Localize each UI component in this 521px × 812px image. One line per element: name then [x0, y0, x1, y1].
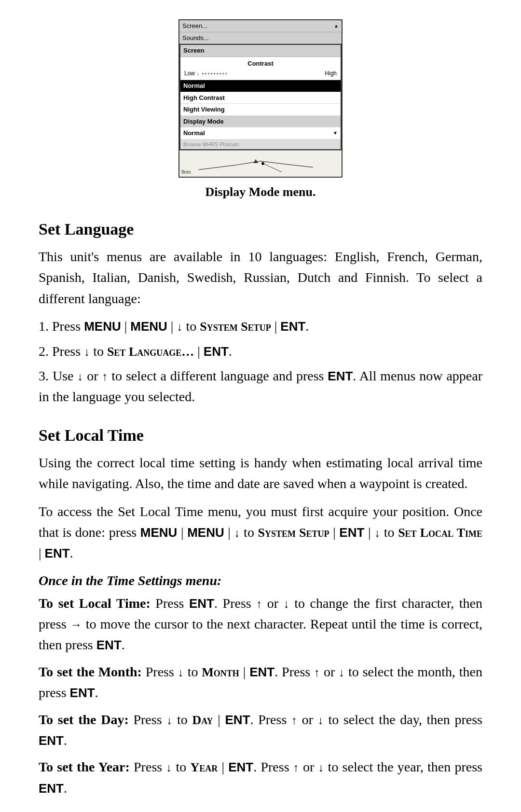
down-arrow: ↓: [177, 320, 182, 333]
option-normal: Normal: [180, 80, 341, 92]
dot: [219, 73, 221, 74]
ent-key: ENT: [280, 319, 305, 334]
device-screen: Screen... ▲ Sounds... Screen Contrast Lo…: [178, 19, 343, 178]
year-key: Year: [191, 760, 218, 774]
month-label: To set the Month:: [39, 664, 142, 679]
down-arrow11: ↓: [166, 761, 172, 774]
menu-key2: MENU: [130, 319, 167, 334]
waypoint-dot: [261, 162, 264, 165]
dot: [225, 73, 227, 74]
screenshot-container: Screen... ▲ Sounds... Screen Contrast Lo…: [39, 19, 482, 201]
high-label: High: [325, 69, 337, 78]
dot: [205, 73, 206, 74]
blurred-row: Browse MHRS Phscum: [180, 140, 341, 150]
step3: 3. Use ↓ or ↑ to select a different lang…: [39, 365, 482, 407]
ent-key4: ENT: [339, 525, 364, 540]
set-local-time-para1: Using the correct local time setting is …: [39, 452, 482, 494]
ent-key8: ENT: [249, 665, 274, 679]
down-arrow5: ↓: [374, 526, 380, 539]
display-mode-header: Display Mode: [180, 116, 341, 128]
local-time-label: To set Local Time:: [39, 596, 151, 611]
ent-key12: ENT: [228, 760, 253, 774]
dot: [217, 73, 218, 74]
scroll-up-icon: ▲: [334, 22, 339, 29]
low-label: Low: [184, 69, 195, 78]
slider-thumb-icon: ↓: [197, 70, 199, 77]
up-arrow: ↑: [102, 370, 108, 383]
local-time-para: To set Local Time: Press ENT. Press ↑ or…: [39, 593, 482, 656]
map-view: 8nm: [179, 150, 342, 177]
day-key: Day: [192, 713, 213, 727]
system-setup-label2: System Setup: [258, 526, 329, 540]
contrast-slider-row: Low ↓ High: [184, 69, 337, 78]
dot: [214, 73, 215, 74]
system-setup-label: System Setup: [200, 320, 271, 334]
down-arrow12: ↓: [318, 761, 324, 774]
step1: 1. Press MENU | MENU | ↓ to System Setup…: [39, 316, 482, 336]
up-arrow5: ↑: [293, 761, 299, 774]
ent-key7: ENT: [96, 638, 122, 652]
sounds-menu-row: Sounds...: [179, 32, 342, 44]
ent-key13: ENT: [39, 781, 64, 796]
down-arrow7: ↓: [178, 666, 184, 679]
down-arrow9: ↓: [166, 714, 172, 727]
down-arrow4: ↓: [234, 526, 240, 539]
menu-key4: MENU: [187, 525, 224, 540]
map-scale-label: 8nm: [181, 168, 191, 176]
ent-key11: ENT: [39, 733, 64, 748]
dot: [222, 73, 224, 74]
up-arrow2: ↑: [256, 597, 262, 610]
down-arrow10: ↓: [318, 714, 324, 727]
screen-label: Screen...: [182, 21, 334, 31]
option-night-viewing: Night Viewing: [180, 104, 341, 116]
map-svg: [179, 151, 342, 177]
down-arrow3: ↓: [77, 370, 83, 383]
menu-key: MENU: [84, 319, 121, 334]
display-mode-label: Display Mode: [183, 117, 224, 126]
contrast-section: Contrast Low ↓ High: [180, 57, 341, 81]
dot: [211, 73, 212, 74]
sounds-label: Sounds...: [182, 33, 339, 43]
dot: [208, 73, 209, 74]
set-local-time-label: Set Local Time: [398, 526, 482, 540]
ent-key2: ENT: [204, 344, 229, 359]
svg-line-3: [284, 164, 313, 168]
month-key: Month: [202, 665, 239, 679]
down-arrow8: ↓: [339, 666, 344, 679]
set-local-time-heading: Set Local Time: [39, 423, 482, 448]
dot: [202, 73, 204, 74]
contrast-label: Contrast: [184, 59, 337, 69]
ent-key3: ENT: [328, 369, 353, 383]
right-arrow: →: [70, 618, 82, 631]
screen-menu-row: Screen... ▲: [179, 20, 342, 32]
set-local-time-para2: To access the Set Local Time menu, you m…: [39, 501, 482, 564]
once-in-time-label: Once in the Time Settings menu:: [39, 571, 482, 591]
day-para: To set the Day: Press ↓ to Day | ENT. Pr…: [39, 709, 482, 751]
menu-key3: MENU: [140, 525, 178, 540]
set-language-label: Set Language…: [107, 345, 194, 359]
dropdown-arrow-icon: ▼: [333, 129, 338, 137]
options-list: Normal High Contrast Night Viewing: [180, 80, 341, 116]
set-language-intro: This unit's menus are available in 10 la…: [39, 246, 482, 309]
screen-submenu: Screen Contrast Low ↓: [179, 44, 342, 150]
display-mode-value: Normal: [183, 128, 205, 138]
day-label: To set the Day:: [39, 712, 129, 727]
ent-key10: ENT: [225, 713, 250, 727]
down-arrow6: ↓: [284, 597, 289, 610]
option-high-contrast: High Contrast: [180, 92, 341, 104]
step2: 2. Press ↓ to Set Language… | ENT.: [39, 341, 482, 362]
svg-line-0: [199, 165, 237, 170]
submenu-title: Screen: [180, 45, 341, 57]
ent-key5: ENT: [45, 546, 70, 560]
up-arrow4: ↑: [291, 714, 297, 727]
year-para: To set the Year: Press ↓ to Year | ENT. …: [39, 756, 482, 798]
down-arrow2: ↓: [84, 345, 90, 358]
image-caption: Display Mode menu.: [206, 182, 316, 201]
ent-key6: ENT: [189, 596, 214, 611]
ent-key9: ENT: [70, 686, 95, 700]
slider-dots: [202, 73, 323, 74]
set-language-heading: Set Language: [39, 217, 482, 241]
position-marker: [253, 159, 258, 163]
year-label: To set the Year:: [39, 759, 130, 774]
month-para: To set the Month: Press ↓ to Month | ENT…: [39, 661, 482, 703]
